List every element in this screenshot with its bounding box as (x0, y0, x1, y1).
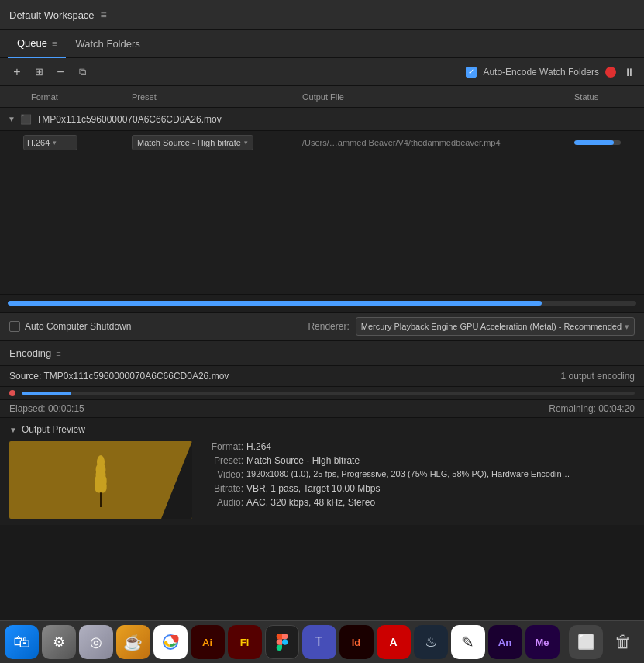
renderer-value: Mercury Playback Engine GPU Acceleration… (361, 322, 622, 331)
bitrate-label: Bitrate: (205, 483, 243, 494)
dock-teams[interactable]: T (302, 625, 336, 659)
title-bar: Default Workspace ≡ (0, 0, 644, 30)
preset-dropdown[interactable]: Match Source - High bitrate ▾ (132, 135, 253, 150)
header-format: Format (8, 92, 132, 102)
format-value: H.264 (246, 441, 635, 452)
shutdown-checkbox[interactable] (9, 321, 20, 332)
output-cell: /Users/…ammed Beaver/V4/thedammedbeaver.… (302, 138, 574, 147)
expand-preview-icon[interactable]: ▼ (9, 426, 17, 434)
header-output: Output File (302, 92, 574, 102)
settings-button[interactable]: ⊞ (29, 63, 48, 81)
renderer-chevron: ▾ (625, 322, 629, 332)
renderer-section: Renderer: Mercury Playback Engine GPU Ac… (308, 317, 635, 336)
figma-icon (274, 634, 291, 651)
encoding-progress-row (0, 387, 644, 400)
dock-app-store[interactable]: 🛍 (5, 625, 39, 659)
preview-details: Format: H.264 Preset: Match Source - Hig… (205, 441, 635, 519)
queue-toolbar: + ⊞ − ⧉ ✓ Auto-Encode Watch Folders ⏸ (0, 58, 644, 86)
encoding-dot (9, 390, 15, 396)
preview-image (77, 449, 124, 511)
video-row: Video: 1920x1080 (1.0), 25 fps, Progress… (205, 469, 635, 480)
audio-row: Audio: AAC, 320 kbps, 48 kHz, Stereo (205, 497, 635, 508)
dock-amphetamine[interactable]: ☕ (116, 625, 150, 659)
bitrate-row: Bitrate: VBR, 1 pass, Target 10.00 Mbps (205, 483, 635, 494)
remaining-text: Remaining: 00:04:20 (549, 403, 635, 414)
add-button[interactable]: + (8, 63, 26, 81)
chrome-icon (159, 630, 182, 654)
renderer-label: Renderer: (308, 321, 349, 332)
workspace-menu-icon[interactable]: ≡ (101, 9, 107, 21)
queue-progress-fill (8, 301, 542, 306)
bottom-controls: Auto Computer Shutdown Renderer: Mercury… (0, 312, 644, 341)
source-filename: TMP0x111c5960000070A6C66CD0A26.mov (43, 371, 229, 382)
remove-button[interactable]: − (51, 63, 70, 81)
queue-row-header: ▼ ⬛ TMP0x111c5960000070A6C66CD0A26.mov (0, 108, 644, 131)
format-chevron: ▾ (53, 139, 57, 147)
dock-acrobat[interactable]: A (377, 625, 411, 659)
dock-textedit[interactable]: ✎ (451, 625, 485, 659)
queue-progress-bar (8, 301, 636, 306)
tab-queue[interactable]: Queue ≡ (8, 30, 66, 58)
auto-encode-label: Auto-Encode Watch Folders (483, 67, 599, 78)
format-cell: H.264 ▾ (8, 135, 132, 150)
expand-icon[interactable]: ▼ (8, 115, 15, 123)
bitrate-value: VBR, 1 pass, Target 10.00 Mbps (246, 483, 635, 494)
dock-trash[interactable]: 🗑 (606, 625, 640, 659)
queue-content: ▼ ⬛ TMP0x111c5960000070A6C66CD0A26.mov H… (0, 108, 644, 294)
dock-steam[interactable]: ♨ (414, 625, 448, 659)
dock-simulator[interactable]: ⬜ (569, 625, 603, 659)
dock-illustrator[interactable]: Ai (191, 625, 225, 659)
tab-watch-folders[interactable]: Watch Folders (66, 30, 149, 58)
pause-button[interactable]: ⏸ (622, 65, 636, 79)
dock-siri[interactable]: ◎ (79, 625, 113, 659)
dock-chrome[interactable] (153, 625, 188, 659)
format-label: Format: (205, 441, 243, 452)
svg-point-5 (97, 455, 105, 469)
audio-label: Audio: (205, 497, 243, 508)
status-progress-bar (574, 140, 621, 145)
dock-flash[interactable]: Fl (228, 625, 262, 659)
dock-figma[interactable] (265, 625, 299, 659)
status-progress-fill (574, 140, 614, 145)
dock-indesign[interactable]: Id (339, 625, 374, 659)
output-preview-section: ▼ Output Preview (0, 418, 644, 525)
video-label: Video: (205, 469, 243, 480)
header-status: Status (574, 92, 636, 102)
source-text: Source: TMP0x111c5960000070A6C66CD0A26.m… (9, 371, 229, 382)
record-button[interactable] (605, 67, 616, 78)
svg-point-8 (167, 638, 174, 644)
duplicate-button[interactable]: ⧉ (73, 63, 91, 81)
queue-filename: TMP0x111c5960000070A6C66CD0A26.mov (36, 114, 222, 125)
queue-sub-row: H.264 ▾ Match Source - High bitrate ▾ /U… (0, 131, 644, 154)
dock-system-preferences[interactable]: ⚙ (42, 625, 76, 659)
output-preview-header: ▼ Output Preview (9, 424, 635, 435)
toolbar-right: ✓ Auto-Encode Watch Folders ⏸ (466, 65, 636, 79)
encoding-source-row: Source: TMP0x111c5960000070A6C66CD0A26.m… (0, 366, 644, 387)
tab-bar: Queue ≡ Watch Folders (0, 30, 644, 58)
workspace-title: Default Workspace (9, 9, 95, 21)
dock-animate[interactable]: An (488, 625, 522, 659)
encoding-header: Encoding ≡ (0, 341, 644, 366)
encoding-section: Encoding ≡ Source: TMP0x111c5960000070A6… (0, 341, 644, 525)
preset-value: Match Source - High bitrate (246, 455, 635, 466)
thumb-content (9, 441, 192, 519)
encoding-menu-icon[interactable]: ≡ (56, 349, 60, 358)
toolbar-left: + ⊞ − ⧉ (8, 63, 91, 81)
format-dropdown[interactable]: H.264 ▾ (23, 135, 77, 150)
preset-chevron: ▾ (244, 139, 248, 147)
elapsed-text: Elapsed: 00:00:15 (9, 403, 84, 414)
table-header: Format Preset Output File Status (0, 86, 644, 108)
dock-media-encoder[interactable]: Me (525, 625, 560, 659)
queue-progress-area (0, 294, 644, 312)
preset-row: Preset: Match Source - High bitrate (205, 455, 635, 466)
renderer-dropdown[interactable]: Mercury Playback Engine GPU Acceleration… (356, 317, 635, 336)
video-value: 1920x1080 (1.0), 25 fps, Progressive, 20… (246, 469, 572, 480)
auto-encode-checkbox[interactable]: ✓ (466, 67, 477, 78)
queue-item-group: ▼ ⬛ TMP0x111c5960000070A6C66CD0A26.mov H… (0, 108, 644, 154)
output-preview-label: Output Preview (22, 424, 85, 435)
queue-menu-icon[interactable]: ≡ (52, 39, 57, 48)
time-row: Elapsed: 00:00:15 Remaining: 00:04:20 (0, 400, 644, 418)
status-cell (574, 140, 636, 145)
encoding-progress-bar (22, 392, 635, 395)
audio-value: AAC, 320 kbps, 48 kHz, Stereo (246, 497, 635, 508)
